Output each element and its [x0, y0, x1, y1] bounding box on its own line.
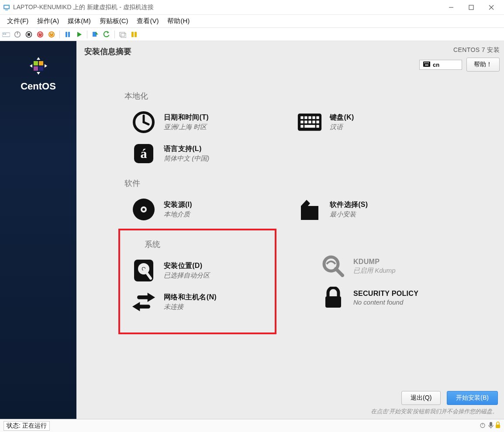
share-icon[interactable] — [130, 30, 138, 39]
spoke-datetime-status: 亚洲/上海 时区 — [164, 123, 209, 131]
keyboard-layout-value: cn — [433, 62, 439, 68]
menu-clipboard[interactable]: 剪贴板(C) — [95, 15, 133, 27]
svg-marker-35 — [37, 72, 40, 75]
page-title: 安装信息摘要 — [84, 46, 131, 57]
menu-view[interactable]: 查看(V) — [132, 15, 163, 27]
spoke-language-label: 语言支持(L) — [164, 144, 209, 154]
svg-rect-55 — [308, 120, 311, 123]
spoke-datetime[interactable]: 日期和时间(T) 亚洲/上海 时区 — [120, 106, 251, 138]
maximize-button[interactable] — [461, 0, 481, 14]
reset-icon[interactable] — [75, 30, 83, 39]
vm-viewport: CentOS 安装信息摘要 CENTOS 7 安装 cn 帮助！ — [0, 41, 504, 419]
svg-rect-31 — [39, 61, 43, 65]
spoke-security-policy[interactable]: SECURITY POLICY No content found — [310, 282, 441, 313]
quit-button[interactable]: 退出(Q) — [401, 391, 441, 405]
menu-action[interactable]: 操作(A) — [33, 15, 63, 27]
magnifier-icon — [321, 254, 345, 278]
svg-marker-69 — [148, 293, 155, 302]
svg-rect-27 — [121, 34, 126, 38]
package-icon — [297, 197, 322, 222]
svg-point-65 — [142, 208, 145, 211]
svg-rect-32 — [34, 66, 38, 71]
category-software: 软件 — [124, 178, 495, 189]
svg-rect-4 — [469, 5, 473, 10]
spoke-kdump[interactable]: KDUMP 已启用 Kdump — [310, 250, 441, 282]
svg-rect-30 — [34, 61, 38, 65]
spoke-source-label: 安装源(I) — [164, 200, 192, 209]
mouse-status-icon — [479, 422, 487, 429]
title-bar: LAPTOP-KENUMIKD 上的 新建虚拟机 - 虚拟机连接 — [0, 0, 504, 15]
status-value: 正在运行 — [22, 422, 47, 429]
spoke-keyboard[interactable]: 键盘(K) 汉语 — [286, 106, 417, 138]
spoke-kdump-status: 已启用 Kdump — [353, 267, 396, 275]
svg-rect-28 — [131, 32, 134, 37]
svg-marker-22 — [77, 32, 82, 37]
disc-icon — [131, 197, 156, 222]
spoke-network-hostname[interactable]: 网络和主机名(N) 未连接 — [120, 286, 275, 318]
revert-icon[interactable] — [102, 30, 111, 39]
svg-rect-40 — [425, 62, 426, 63]
spoke-destination-label: 安装位置(D) — [164, 261, 210, 271]
lock-icon — [321, 285, 345, 310]
menu-help[interactable]: 帮助(H) — [163, 15, 194, 27]
spoke-security-status: No content found — [353, 298, 418, 306]
help-button[interactable]: 帮助！ — [466, 58, 500, 72]
minimize-button[interactable] — [441, 0, 461, 14]
svg-rect-33 — [39, 66, 43, 71]
spoke-language-support[interactable]: á 语言支持(L) 简体中文 (中国) — [120, 138, 251, 169]
spoke-network-label: 网络和主机名(N) — [164, 293, 217, 302]
svg-rect-38 — [423, 62, 430, 67]
spoke-software-selection[interactable]: 软件选择(S) 最小安装 — [286, 194, 417, 225]
window-title: LAPTOP-KENUMIKD 上的 新建虚拟机 - 虚拟机连接 — [13, 3, 441, 11]
spoke-install-source[interactable]: 安装源(I) 本地介质 — [120, 194, 251, 225]
installer-main: 安装信息摘要 CENTOS 7 安装 cn 帮助！ 本地化 — [76, 41, 504, 419]
svg-rect-39 — [424, 62, 425, 63]
keyboard-large-icon — [297, 110, 322, 134]
svg-rect-29 — [135, 32, 137, 37]
svg-rect-58 — [300, 125, 303, 127]
svg-rect-49 — [304, 116, 307, 119]
installer-footer: 退出(Q) 开始安装(B) 在点击'开始安装'按钮前我们并不会操作您的磁盘。 — [76, 387, 504, 419]
svg-rect-1 — [4, 6, 9, 8]
svg-rect-9 — [5, 34, 6, 34]
centos-logo-icon — [27, 54, 50, 79]
category-system: 系统 — [145, 239, 275, 250]
spoke-datetime-label: 日期和时间(T) — [164, 113, 209, 122]
spoke-destination-status: 已选择自动分区 — [164, 271, 210, 280]
menu-media[interactable]: 媒体(M) — [63, 15, 95, 27]
ctrl-alt-del-icon[interactable] — [2, 30, 10, 39]
harddrive-icon — [131, 258, 156, 283]
network-arrows-icon — [131, 290, 156, 314]
keyboard-layout-indicator[interactable]: cn — [419, 60, 462, 70]
category-localization: 本地化 — [124, 91, 495, 101]
status-text: 状态: 正在运行 — [3, 421, 50, 431]
svg-rect-50 — [308, 116, 311, 119]
svg-rect-76 — [490, 422, 492, 426]
start-icon[interactable] — [13, 30, 22, 39]
distro-label: CENTOS 7 安装 — [453, 46, 500, 54]
svg-rect-48 — [300, 116, 303, 119]
checkpoint-icon[interactable] — [91, 30, 100, 39]
svg-line-46 — [144, 122, 148, 124]
enhanced-session-icon[interactable] — [118, 30, 127, 39]
spoke-keyboard-label: 键盘(K) — [330, 113, 354, 122]
close-button[interactable] — [481, 0, 501, 14]
turnoff-icon[interactable] — [24, 30, 33, 39]
svg-rect-41 — [427, 62, 428, 63]
begin-install-button[interactable]: 开始安装(B) — [447, 391, 498, 405]
svg-text:á: á — [141, 146, 147, 161]
spoke-installation-destination[interactable]: 安装位置(D) 已选择自动分区 — [120, 255, 275, 286]
svg-rect-57 — [316, 120, 319, 123]
svg-rect-21 — [68, 32, 70, 37]
menu-file[interactable]: 文件(F) — [3, 15, 33, 27]
pause-icon[interactable] — [63, 30, 72, 39]
save-icon[interactable] — [47, 30, 56, 39]
language-icon: á — [131, 141, 156, 166]
spoke-network-status: 未连接 — [164, 303, 217, 311]
svg-rect-26 — [120, 32, 125, 36]
shutdown-icon[interactable] — [36, 30, 45, 39]
svg-rect-42 — [428, 62, 429, 63]
keyboard-icon — [423, 62, 430, 68]
svg-marker-37 — [45, 64, 47, 68]
mic-status-icon — [488, 422, 494, 430]
